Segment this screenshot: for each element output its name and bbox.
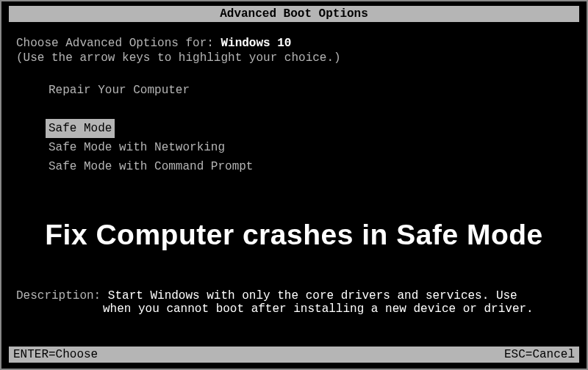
description-block: Description: Start Windows with only the… — [16, 289, 572, 316]
menu-item-repair[interactable]: Repair Your Computer — [46, 81, 193, 100]
hint-line: (Use the arrow keys to highlight your ch… — [16, 51, 572, 65]
menu-item-safe-mode[interactable]: Safe Mode — [46, 119, 115, 138]
overlay-caption: Fix Computer crashes in Safe Mode — [1, 210, 587, 264]
prompt-prefix: Choose Advanced Options for: — [16, 37, 220, 50]
os-name: Windows 10 — [220, 37, 291, 50]
boot-menu: Repair Your Computer Safe Mode Safe Mode… — [16, 81, 572, 176]
description-label: Description: — [16, 289, 108, 302]
prompt-line: Choose Advanced Options for: Windows 10 — [16, 37, 572, 50]
main-content: Choose Advanced Options for: Windows 10 … — [1, 22, 587, 176]
menu-item-safe-mode-cmd[interactable]: Safe Mode with Command Prompt — [46, 157, 256, 176]
footer-enter[interactable]: ENTER=Choose — [13, 348, 98, 361]
menu-gap — [46, 100, 572, 119]
description-line1: Start Windows with only the core drivers… — [108, 289, 517, 302]
description-line2: when you cannot boot after installing a … — [16, 302, 572, 316]
menu-item-safe-mode-networking[interactable]: Safe Mode with Networking — [46, 138, 228, 157]
footer-bar: ENTER=Choose ESC=Cancel — [9, 347, 579, 363]
page-title: Advanced Boot Options — [220, 7, 368, 21]
footer-esc[interactable]: ESC=Cancel — [504, 348, 575, 361]
title-bar: Advanced Boot Options — [9, 6, 579, 22]
